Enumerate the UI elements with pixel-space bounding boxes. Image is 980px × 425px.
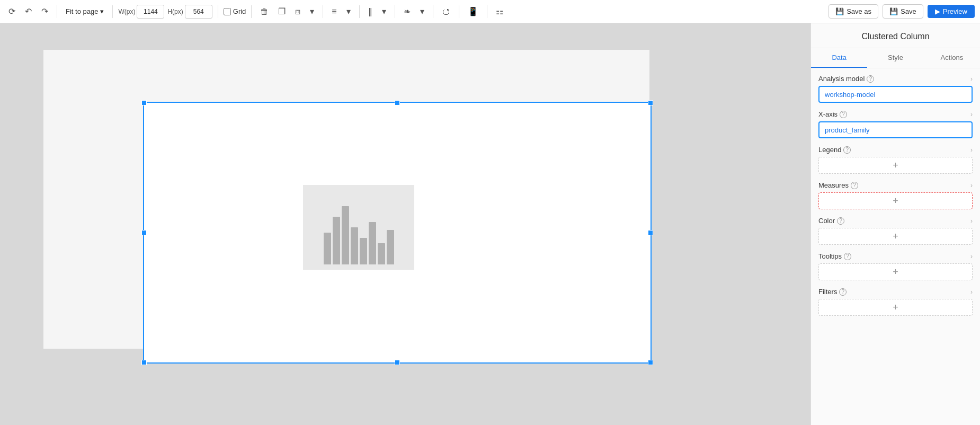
handle-bottom-center[interactable] bbox=[395, 360, 400, 365]
x-axis-chevron-icon[interactable]: › bbox=[970, 111, 973, 118]
legend-add-button[interactable]: + bbox=[818, 157, 973, 174]
filters-label: Filters ? bbox=[818, 288, 847, 296]
save-button[interactable]: 💾 Save bbox=[883, 4, 923, 19]
filters-header: Filters ? › bbox=[818, 288, 973, 296]
handle-bottom-right[interactable] bbox=[648, 360, 653, 365]
preview-icon: ▶ bbox=[935, 7, 940, 15]
color-section: Color ? › + bbox=[818, 217, 973, 245]
analysis-model-info-icon[interactable]: ? bbox=[867, 75, 874, 83]
tab-data[interactable]: Data bbox=[811, 48, 867, 68]
filters-chevron-icon[interactable]: › bbox=[970, 288, 973, 296]
height-label: H(px) bbox=[167, 8, 183, 15]
bar-2 bbox=[333, 217, 340, 264]
handle-top-right[interactable] bbox=[648, 100, 653, 105]
align-dropdown-button[interactable]: ▾ bbox=[343, 4, 354, 19]
handle-middle-left[interactable] bbox=[141, 230, 147, 235]
distribute-dropdown-button[interactable]: ▾ bbox=[379, 4, 389, 19]
handle-middle-right[interactable] bbox=[648, 230, 653, 235]
tooltips-info-icon[interactable]: ? bbox=[844, 253, 851, 260]
measures-add-button[interactable]: + bbox=[818, 192, 973, 209]
legend-header: Legend ? › bbox=[818, 146, 973, 154]
handle-bottom-left[interactable] bbox=[141, 360, 147, 365]
separator-4 bbox=[251, 5, 252, 18]
canvas-background bbox=[43, 50, 649, 349]
measures-header: Measures ? › bbox=[818, 181, 973, 189]
device-preview-button[interactable]: 📱 bbox=[465, 4, 482, 19]
color-text: Color bbox=[818, 217, 835, 225]
connection-dropdown-button[interactable]: ▾ bbox=[417, 4, 427, 19]
bar-7 bbox=[378, 243, 385, 264]
layers-button[interactable]: ⧈ bbox=[292, 5, 304, 19]
connection-button[interactable]: ❧ bbox=[400, 4, 414, 19]
x-axis-info-icon[interactable]: ? bbox=[840, 111, 847, 118]
save-as-label: Save as bbox=[847, 7, 871, 15]
separator-2 bbox=[112, 5, 113, 18]
x-axis-label: X-axis ? bbox=[818, 110, 847, 118]
handle-top-center[interactable] bbox=[395, 100, 400, 105]
tooltips-label: Tooltips ? bbox=[818, 252, 851, 260]
chart-bars bbox=[324, 206, 394, 264]
x-axis-text: X-axis bbox=[818, 110, 838, 118]
fit-page-button[interactable]: Fit to page ▾ bbox=[63, 5, 107, 17]
filters-info-icon[interactable]: ? bbox=[839, 288, 847, 296]
measures-text: Measures bbox=[818, 181, 849, 189]
x-axis-input[interactable] bbox=[818, 121, 973, 138]
layers-dropdown-button[interactable]: ▾ bbox=[307, 4, 317, 19]
bar-5 bbox=[360, 238, 367, 264]
width-input[interactable] bbox=[137, 5, 164, 19]
color-info-icon[interactable]: ? bbox=[837, 217, 844, 225]
handle-top-left[interactable] bbox=[141, 100, 147, 105]
redo-button[interactable]: ↷ bbox=[38, 4, 51, 19]
height-input[interactable] bbox=[185, 5, 212, 19]
measures-chevron-icon[interactable]: › bbox=[970, 182, 973, 189]
measures-label: Measures ? bbox=[818, 181, 858, 189]
distribute-button[interactable]: ‖ bbox=[365, 4, 376, 19]
separator-7 bbox=[395, 5, 395, 18]
preview-label: Preview bbox=[943, 7, 967, 15]
preview-button[interactable]: ▶ Preview bbox=[928, 5, 975, 18]
refresh-button[interactable]: ⟳ bbox=[5, 4, 19, 19]
analysis-model-label: Analysis model ? bbox=[818, 75, 874, 83]
bar-3 bbox=[342, 206, 349, 264]
legend-section: Legend ? › + bbox=[818, 146, 973, 174]
canvas-selection[interactable] bbox=[143, 102, 652, 364]
undo-button[interactable]: ↶ bbox=[22, 4, 35, 19]
toolbar-right: 💾 Save as 💾 Save ▶ Preview bbox=[828, 4, 975, 19]
legend-text: Legend bbox=[818, 146, 841, 154]
align-button[interactable]: ≡ bbox=[328, 5, 340, 19]
color-chevron-icon[interactable]: › bbox=[970, 217, 973, 225]
measures-info-icon[interactable]: ? bbox=[851, 182, 858, 189]
tooltips-section: Tooltips ? › + bbox=[818, 252, 973, 280]
bar-4 bbox=[351, 227, 358, 264]
tooltips-chevron-icon[interactable]: › bbox=[970, 253, 973, 260]
fit-page-chevron-icon: ▾ bbox=[100, 7, 104, 15]
legend-info-icon[interactable]: ? bbox=[843, 146, 851, 154]
panel-tabs: Data Style Actions bbox=[811, 48, 980, 68]
tab-actions[interactable]: Actions bbox=[924, 48, 980, 68]
copy-button[interactable]: ❐ bbox=[275, 4, 289, 19]
tooltips-header: Tooltips ? › bbox=[818, 252, 973, 260]
save-icon: 💾 bbox=[889, 7, 898, 15]
main-area: Clustered Column Data Style Actions Anal… bbox=[0, 23, 980, 425]
grid-checkbox-label[interactable]: Grid bbox=[224, 7, 246, 15]
tab-style[interactable]: Style bbox=[867, 48, 923, 68]
tooltips-add-button[interactable]: + bbox=[818, 263, 973, 280]
share-button[interactable]: ⭯ bbox=[439, 5, 453, 19]
controls-button[interactable]: ⚏ bbox=[493, 4, 506, 19]
legend-label: Legend ? bbox=[818, 146, 851, 154]
tooltips-text: Tooltips bbox=[818, 252, 842, 260]
delete-button[interactable]: 🗑 bbox=[257, 5, 272, 19]
bar-6 bbox=[369, 222, 376, 264]
legend-chevron-icon[interactable]: › bbox=[970, 146, 973, 154]
separator-10 bbox=[487, 5, 487, 18]
color-add-button[interactable]: + bbox=[818, 228, 973, 245]
save-as-button[interactable]: 💾 Save as bbox=[828, 4, 878, 19]
save-label: Save bbox=[901, 7, 916, 15]
analysis-model-input[interactable] bbox=[818, 86, 973, 103]
canvas-area bbox=[0, 23, 810, 425]
analysis-model-text: Analysis model bbox=[818, 75, 865, 83]
analysis-model-chevron-icon[interactable]: › bbox=[970, 75, 973, 83]
separator-5 bbox=[323, 5, 323, 18]
grid-checkbox[interactable] bbox=[224, 8, 231, 15]
filters-add-button[interactable]: + bbox=[818, 299, 973, 316]
